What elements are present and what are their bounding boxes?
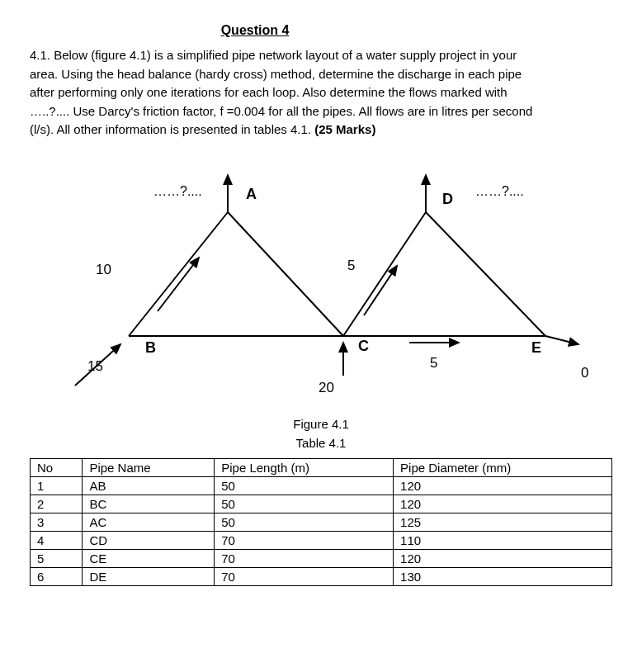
table-header: No <box>31 458 83 476</box>
cell: 70 <box>215 567 394 585</box>
body-line: (l/s). All other information is presente… <box>30 122 314 136</box>
marks: (25 Marks) <box>314 122 375 136</box>
cell: 120 <box>394 495 612 513</box>
cell: 70 <box>215 531 394 549</box>
svg-line-5 <box>426 212 545 336</box>
cell: BC <box>83 495 215 513</box>
question-body: 4.1. Below (figure 4.1) is a simplified … <box>30 46 612 140</box>
cell: 110 <box>394 531 612 549</box>
body-line: after performing only one iterations for… <box>30 85 507 99</box>
flow-5-ac-label: 5 <box>347 258 355 273</box>
body-line: 4.1. Below (figure 4.1) is a simplified … <box>30 48 517 62</box>
svg-line-3 <box>343 212 426 336</box>
table-header: Pipe Name <box>83 458 215 476</box>
pipe-table: No Pipe Name Pipe Length (m) Pipe Diamet… <box>30 458 612 586</box>
flow-0-label: 0 <box>581 365 588 381</box>
svg-line-10 <box>545 336 578 344</box>
cell: 50 <box>215 476 394 495</box>
table-header-row: No Pipe Name Pipe Length (m) Pipe Diamet… <box>31 458 612 476</box>
table-row: 2 BC 50 120 <box>31 495 612 513</box>
flow-q-left: ……?.... <box>153 184 202 198</box>
cell: CE <box>83 549 215 567</box>
cell: 2 <box>31 495 83 513</box>
flow-q-right: ……?.... <box>475 184 524 198</box>
cell: 120 <box>394 549 612 567</box>
cell: CD <box>83 531 215 549</box>
flow-10-label: 10 <box>96 262 111 277</box>
flow-20-label: 20 <box>319 380 334 395</box>
cell: DE <box>83 567 215 585</box>
node-b-label: B <box>145 339 156 356</box>
cell: 70 <box>215 549 394 567</box>
svg-line-2 <box>228 212 343 336</box>
cell: 130 <box>394 567 612 585</box>
figure-caption: Figure 4.1 <box>30 417 612 431</box>
body-line: …..?.... Use Darcy's friction factor, f … <box>30 104 532 118</box>
body-line: area. Using the head balance (hardy cros… <box>30 67 522 81</box>
cell: 50 <box>215 495 394 513</box>
node-c-label: C <box>358 338 369 354</box>
table-row: 3 AC 50 125 <box>31 513 612 531</box>
cell: 4 <box>31 531 83 549</box>
flow-5-ce-label: 5 <box>430 355 437 371</box>
table-header: Pipe Length (m) <box>215 458 394 476</box>
cell: 5 <box>31 549 83 567</box>
node-d-label: D <box>442 191 453 207</box>
table-row: 5 CE 70 120 <box>31 549 612 567</box>
table-caption: Table 4.1 <box>30 436 612 450</box>
table-row: 4 CD 70 110 <box>31 531 612 549</box>
node-a-label: A <box>246 186 257 202</box>
svg-line-6 <box>158 258 199 311</box>
figure-network: A B C D E ……?.... ……?.... 10 5 15 20 5 0 <box>30 163 612 410</box>
node-e-label: E <box>531 339 541 356</box>
flow-15-label: 15 <box>87 358 103 374</box>
cell: 3 <box>31 513 83 531</box>
table-header: Pipe Diameter (mm) <box>394 458 612 476</box>
cell: 120 <box>394 476 612 495</box>
cell: AC <box>83 513 215 531</box>
cell: AB <box>83 476 215 495</box>
cell: 125 <box>394 513 612 531</box>
question-title: Question 4 <box>145 23 365 38</box>
svg-line-0 <box>129 212 228 336</box>
cell: 6 <box>31 567 83 585</box>
svg-line-7 <box>364 266 397 315</box>
table-row: 1 AB 50 120 <box>31 476 612 495</box>
cell: 50 <box>215 513 394 531</box>
table-row: 6 DE 70 130 <box>31 567 612 585</box>
cell: 1 <box>31 476 83 495</box>
